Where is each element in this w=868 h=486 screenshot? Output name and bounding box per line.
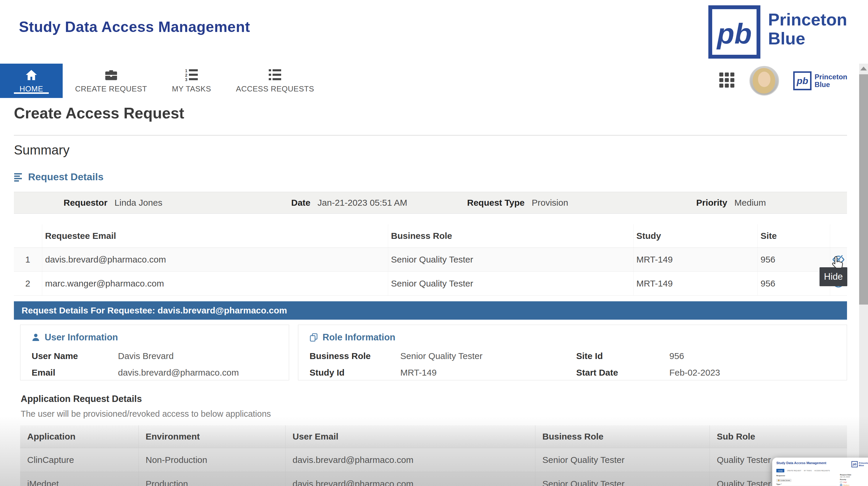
col-business-role: Business Role	[388, 224, 633, 248]
brand-name: Princeton Blue	[768, 5, 847, 48]
study-id-field: Study Id	[310, 368, 344, 378]
business-role-field: Business Role	[310, 351, 371, 361]
application-header-row: Application Environment User Email Busin…	[20, 425, 847, 448]
table-row: 2 marc.wanger@pharmaco.com Senior Qualit…	[14, 272, 847, 296]
hand-cursor-icon	[830, 255, 845, 270]
pip-priority-medium: Medium	[840, 484, 864, 486]
meta-date: Date Jan-21-2023 05:51 AM	[291, 192, 407, 213]
pip-avatar	[778, 480, 780, 481]
col-site: Site	[757, 224, 830, 248]
svg-text:1: 1	[185, 68, 187, 73]
apps-grid-icon[interactable]	[719, 72, 735, 90]
pip-tab-access-requests: ACCESS REQUESTS	[814, 470, 830, 471]
active-tab-underline	[14, 92, 49, 94]
align-left-icon	[14, 172, 24, 182]
svg-text:3: 3	[185, 77, 187, 82]
person-icon	[31, 333, 40, 342]
svg-text:2: 2	[185, 73, 187, 78]
user-name-field: User Name	[32, 351, 78, 361]
pip-request-date-label: Request Date	[840, 474, 864, 476]
table-row: 1 davis.brevard@pharmaco.com Senior Qual…	[14, 248, 847, 272]
meta-priority: Priority Medium	[696, 192, 766, 213]
user-avatar[interactable]	[749, 66, 779, 95]
study-id-value: MRT-149	[400, 368, 437, 377]
request-meta-bar: Requestor Linda Jones Date Jan-21-2023 0…	[14, 192, 847, 214]
pip-tab-my-tasks: MY TASKS	[804, 470, 811, 471]
application-request-heading: Application Request Details	[21, 394, 142, 404]
pip-priority-high: High	[840, 481, 864, 483]
pb-mini-logo-icon: pb	[793, 71, 811, 90]
application-request-subtext: The user will be provisioned/revoked acc…	[21, 409, 271, 419]
meta-requestor: Requestor Linda Jones	[64, 192, 162, 213]
pip-video-overlay[interactable]: Study Data Access Management pb Princeto…	[772, 458, 868, 486]
numbered-list-icon: 1 2 3	[185, 68, 198, 82]
copy-pages-icon	[309, 333, 318, 342]
start-date-field: Start Date	[576, 368, 618, 378]
user-email-value: davis.brevard@pharmaco.com	[118, 368, 239, 377]
pip-requestor-label: Requestor	[776, 475, 837, 477]
role-information-card: Role Information Business Role Senior Qu…	[298, 325, 847, 380]
pip-tab-create-request: CREATE REQUEST	[787, 470, 801, 471]
nav-brand-logo: pb Princeton Blue	[793, 71, 847, 90]
pip-requestor-chip: Linda Jones	[776, 479, 792, 482]
table-row: iMednet Production davis.brevard@pharmac…	[20, 472, 847, 486]
pip-nav: HOME CREATE REQUEST MY TASKS ACCESS REQU…	[776, 469, 868, 473]
scrollbar-thumb[interactable]	[859, 74, 868, 305]
tab-my-tasks[interactable]: 1 2 3 MY TASKS	[159, 64, 223, 98]
summary-heading: Summary	[14, 143, 69, 158]
business-role-value: Senior Quality Tester	[400, 351, 483, 361]
page-scrollbar[interactable]	[859, 64, 868, 486]
pip-request-date-value: Jan-21-2023	[840, 476, 864, 478]
requestee-banner: Request Details For Requestee: davis.bre…	[14, 301, 847, 320]
col-application: Application	[20, 425, 138, 448]
start-date-value: Feb-02-2023	[669, 368, 720, 377]
tab-create-request[interactable]: CREATE REQUEST	[63, 64, 159, 98]
nav-right-cluster: pb Princeton Blue	[719, 64, 847, 98]
pb-logo-icon: pb	[708, 5, 761, 59]
col-app-business-role: Business Role	[535, 425, 710, 448]
app-title: Study Data Access Management	[19, 18, 250, 35]
page-root: Study Data Access Management pb Princeto…	[0, 0, 868, 486]
main-nav: HOME CREATE REQUEST 1 2 3 MY TASKS ACCES…	[0, 64, 868, 98]
table-row: ClinCapture Non-Production davis.brevard…	[20, 448, 847, 472]
user-email-field: Email	[32, 368, 55, 378]
site-id-field: Site Id	[576, 351, 603, 361]
role-information-heading: Role Information	[309, 332, 395, 343]
brand-logo: pb Princeton Blue	[708, 5, 847, 59]
tab-home[interactable]: HOME	[0, 64, 63, 98]
briefcase-icon	[104, 68, 118, 82]
user-information-card: User Information User Name Davis Brevard…	[20, 325, 289, 380]
requestee-header-row: Requestee Email Business Role Study Site	[14, 224, 847, 248]
pip-tab-home: HOME	[776, 469, 784, 473]
scrollbar-up-arrow-icon[interactable]	[860, 66, 867, 70]
col-sub-role: Sub Role	[710, 425, 847, 448]
page-title: Create Access Request	[14, 104, 184, 122]
user-information-heading: User Information	[31, 332, 118, 343]
pip-priority-label: Priority	[840, 479, 864, 480]
home-icon	[25, 68, 38, 82]
col-study: Study	[633, 224, 757, 248]
col-user-email: User Email	[285, 425, 535, 448]
col-environment: Environment	[138, 425, 285, 448]
user-name-value: Davis Brevard	[118, 351, 174, 361]
requestee-table: Requestee Email Business Role Study Site…	[14, 224, 847, 296]
site-id-value: 956	[669, 351, 684, 361]
pip-type-label: Type *	[776, 483, 837, 485]
bulleted-list-icon	[268, 68, 282, 82]
request-details-heading: Request Details	[14, 171, 103, 182]
pip-title: Study Data Access Management	[776, 461, 826, 465]
meta-request-type: Request Type Provision	[467, 192, 568, 213]
col-requestee-email: Requestee Email	[42, 224, 388, 248]
pip-brand-logo: pb Princeton Blue	[851, 461, 868, 467]
divider	[14, 135, 847, 136]
tab-access-requests[interactable]: ACCESS REQUESTS	[223, 64, 327, 98]
application-table: Application Environment User Email Busin…	[20, 425, 847, 486]
